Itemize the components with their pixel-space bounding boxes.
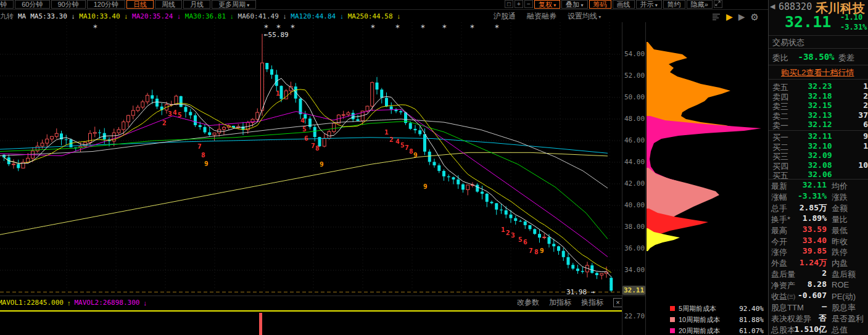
event-marker-icon: ∗ [395,23,400,30]
svg-text:9: 9 [204,160,209,168]
l2-purchase-link[interactable]: 购买L2查看十档行情 [781,67,854,78]
period-tab-周线[interactable]: 周线 [155,0,182,9]
chart-tools-toolbar: □+−复权 ▾叠加 ▾筹码画线并示 ▾简约隐藏» [505,0,724,9]
price-change: -1.10 [840,13,862,22]
axis-tick: 52.00 [624,72,647,80]
stat-value-今开: 33.40 [780,236,827,245]
bid-price[interactable]: 32.08 [801,160,839,170]
overlay-box-icon[interactable]: □ [505,0,513,8]
close-indicator-button[interactable]: × [613,298,622,307]
expand-icon[interactable] [714,0,722,8]
svg-text:4: 4 [173,109,177,117]
ma-legend-item: MA10:33.40 [79,12,120,20]
legend-label: 20周期前成本 [679,326,739,335]
stat-label-总值: 总值 [832,325,848,335]
ask-price[interactable]: 32.12 [801,120,839,129]
indicator-action-加指标[interactable]: 加指标 [549,297,571,308]
tool-button-并示[interactable]: 并示 ▾ [636,0,662,9]
ma-legend-item: MA5:33.30 [30,12,67,20]
weibi-value: -38.50% [795,52,838,62]
tool-button-叠加[interactable]: 叠加 ▾ [561,0,587,9]
last-price: 32.11 [785,13,831,31]
period-tab-30分钟[interactable]: 30分钟 [0,0,14,9]
divider [769,48,868,49]
tool-button-复权[interactable]: 复权 ▾ [534,0,560,9]
axis-tick: 50.00 [624,93,647,101]
chip-legend-item: 5周期前成本92.40% [670,304,764,313]
gear-icon[interactable]: ⚙ [751,12,759,22]
indicator-actions: 改参数加指标换指标× [517,297,622,308]
chevron-down-icon: ▾ [654,2,658,8]
legend-swatch [670,317,675,322]
indicator-action-换指标[interactable]: 换指标 [581,297,603,308]
market-link-设置均线[interactable]: 设置均线 ▾ [568,11,601,22]
svg-text:9: 9 [540,247,544,255]
list-icon[interactable] [713,13,721,20]
svg-text:2: 2 [162,119,167,127]
svg-text:7: 7 [311,142,315,150]
ma-down-arrow: ↓ [177,12,181,20]
indicator-action-改参数[interactable]: 改参数 [517,297,539,308]
back-arrow-icon[interactable]: ◀ [770,2,775,10]
market-link-融资融券[interactable]: 融资融券 [527,11,556,22]
stat-label-股息率: 股息率 [832,302,856,313]
price-change-pct: -3.31% [840,23,867,31]
period-tab-60分钟[interactable]: 60分钟 [15,0,49,9]
svg-text:4: 4 [300,117,305,125]
svg-text:5: 5 [518,236,523,244]
svg-text:3: 3 [168,110,172,118]
tool-button-label: 隐藏 [691,1,705,8]
svg-text:5: 5 [302,125,307,133]
indicator-group-label[interactable]: 九转 [0,12,14,21]
tool-button-简约[interactable]: 简约 [663,0,685,9]
play-forward-icon[interactable]: ▶ [726,12,733,21]
market-link-沪股通[interactable]: 沪股通 [494,11,516,22]
tool-button-label: 筹码 [593,1,607,8]
tool-button-筹码[interactable]: 筹码 [589,0,611,9]
svg-text:7: 7 [197,143,202,151]
svg-text:2: 2 [389,136,394,144]
ask-price[interactable]: 32.13 [801,110,839,120]
tool-button-label: 简约 [668,1,681,8]
tool-button-隐藏[interactable]: 隐藏» [687,0,713,9]
play-disabled-icon[interactable]: ▶ [738,12,745,21]
volume-pane[interactable] [0,312,622,335]
low-annotation: 31.98 → [566,288,595,295]
bid-volume: 10 [858,160,868,170]
period-tab-label: 60分钟 [22,1,43,8]
period-tab-90分钟[interactable]: 90分钟 [51,0,86,9]
axis-tick: 36.00 [624,244,647,252]
period-tab-月线[interactable]: 月线 [183,0,210,9]
ma10-line [4,89,611,273]
ma-legend-item: MA30:36.81 [185,12,226,20]
divider [769,79,868,80]
axis-chip-divider [645,22,646,335]
market-links: 沪股通融资融券设置均线 ▾ [494,10,617,22]
bid-price[interactable]: 32.09 [801,151,839,160]
ma250-line [0,152,608,234]
bid-price[interactable]: 32.10 [801,141,839,151]
plus-icon[interactable]: + [515,0,523,8]
double-chevron-icon: » [705,1,708,8]
period-tab-120分钟[interactable]: 120分钟 [87,0,125,9]
bid-price[interactable]: 32.11 [801,131,839,141]
bid-price[interactable]: 32.06 [801,170,839,179]
period-tab-label: 日线 [133,1,147,8]
chip-legend-item: 10周期前成本81.88% [670,315,764,325]
ask-price[interactable]: 32.15 [801,101,839,110]
ma-legend-item: MA20:35.24 [132,12,173,20]
period-tab-更多周期[interactable]: 更多周期 ▾ [212,0,256,9]
period-tab-日线[interactable]: 日线 [126,0,154,9]
stat-value-涨停: 39.85 [780,246,827,255]
minus-icon[interactable]: − [524,0,533,8]
mavol2-down-arrow: ↓ [143,299,147,307]
svg-text:8: 8 [534,248,539,256]
ask-volume: 1 [863,81,868,91]
tool-button-画线[interactable]: 画线 [613,0,635,9]
candles [2,34,613,292]
legend-value: 81.88% [739,316,764,324]
candlestick-chart[interactable]: 234578914567891245789912356789∗∗∗∗∗∗∗∗∗∗… [0,22,622,295]
ask-price[interactable]: 32.18 [801,91,839,101]
ask-price[interactable]: 32.23 [801,81,839,91]
period-tab-label: 周线 [162,1,175,8]
